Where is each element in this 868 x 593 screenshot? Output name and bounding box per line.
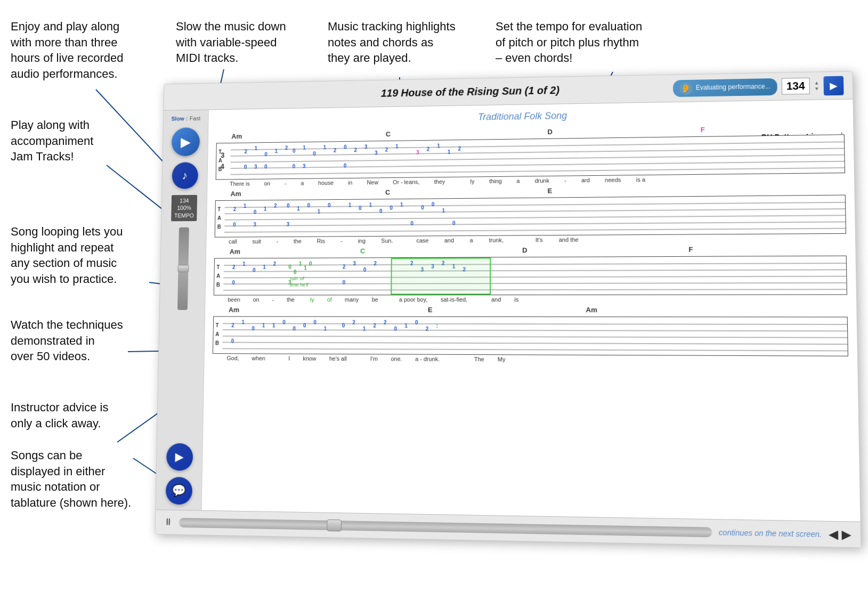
slow-fast-label: Slow | Fast (172, 115, 201, 121)
eval-button[interactable]: 👂 Evaluating performance... (673, 78, 777, 96)
ann3-text: Song looping lets youhighlight and repea… (11, 225, 123, 286)
svg-text:0: 0 (342, 322, 345, 328)
svg-line-14 (231, 155, 845, 163)
chord-e-2: E (547, 187, 552, 195)
slider-area (175, 228, 189, 437)
svg-text:3: 3 (253, 222, 256, 228)
svg-text:0: 0 (363, 267, 367, 273)
svg-text:1: 1 (448, 149, 451, 155)
comment-button[interactable]: 💬 (165, 477, 192, 505)
svg-line-119 (223, 336, 848, 338)
staff-svg-1: 3 4 T A B (216, 135, 845, 179)
svg-text:B: B (217, 224, 221, 230)
svg-text:0: 0 (252, 326, 255, 331)
pause-icon[interactable]: ⏸ (164, 516, 173, 527)
chord-am-4: Am (229, 306, 239, 314)
svg-text:0: 0 (264, 151, 267, 157)
svg-text:1: 1 (400, 202, 403, 208)
nav-right-arrow[interactable]: ▶ (841, 527, 851, 542)
svg-text:0: 0 (293, 148, 296, 154)
svg-line-12 (231, 142, 844, 150)
annotation-top-3: Music tracking highlightsnotes and chord… (328, 19, 456, 66)
svg-line-118 (223, 330, 848, 331)
annotation-top-2: Slow the music downwith variable-speedMI… (176, 19, 286, 66)
svg-text:2: 2 (233, 206, 237, 212)
svg-text:1: 1 (297, 206, 300, 212)
slow-label: Slow (172, 116, 184, 122)
chord-d-3: D (522, 246, 527, 254)
svg-text:1: 1 (442, 208, 445, 214)
svg-text:1: 1 (242, 261, 246, 267)
svg-text:0: 0 (379, 208, 383, 214)
svg-line-120 (223, 343, 848, 345)
tempo-up-icon[interactable]: ▲ (814, 80, 819, 85)
svg-text:3: 3 (416, 149, 419, 155)
chord-e-4: E (428, 306, 433, 314)
svg-text:1: 1 (244, 203, 247, 209)
tempo-box: 134100%TEMPO (171, 195, 197, 221)
svg-text:0: 0 (254, 209, 257, 215)
svg-text:3: 3 (287, 221, 290, 227)
svg-text:2: 2 (285, 145, 288, 151)
svg-text:B: B (215, 340, 219, 346)
svg-text:A: A (216, 273, 220, 279)
loop-highlight (391, 257, 491, 295)
page-container: Enjoy and play alongwith more than three… (0, 0, 868, 593)
svg-text:ruin: ruin (290, 276, 298, 281)
video-button[interactable]: ▶ (166, 443, 193, 471)
svg-text:0: 0 (410, 221, 413, 226)
chord-am-3: Am (230, 248, 240, 256)
svg-text:2: 2 (373, 322, 376, 328)
svg-text:1: 1 (369, 202, 372, 208)
svg-text:3: 3 (364, 144, 368, 150)
svg-text:1: 1 (318, 209, 321, 215)
svg-text:2: 2 (385, 147, 388, 152)
svg-text:0: 0 (294, 269, 297, 275)
chord-f-1: F (701, 126, 705, 134)
controls-bar: Slow | Fast ▶ ♪ 134100%TEMPO ▶ 💬 (156, 110, 209, 510)
svg-text:T: T (217, 206, 221, 212)
tempo-down-icon[interactable]: ▼ (814, 86, 819, 91)
svg-text:1: 1 (241, 319, 245, 325)
svg-text:0: 0 (288, 264, 291, 270)
ann-top4-text: Set the tempo for evaluationof pitch or … (496, 20, 642, 64)
svg-line-53 (224, 222, 846, 226)
svg-text:3: 3 (303, 163, 306, 169)
svg-line-82 (224, 263, 847, 265)
eval-label: Evaluating performance... (696, 83, 770, 92)
svg-line-84 (224, 277, 847, 278)
play-circle-button[interactable]: ▶ (171, 127, 200, 156)
software-panel: 119 House of the Rising Sun (1 of 2) 👂 E… (155, 71, 861, 548)
svg-text:1: 1 (404, 323, 408, 329)
staff-svg-4: T A B 2 1 0 1 (213, 317, 848, 356)
panel-inner: 119 House of the Rising Sun (1 of 2) 👂 E… (155, 71, 861, 547)
svg-text:0: 0 (232, 280, 236, 286)
svg-text:1: 1 (323, 144, 327, 150)
svg-text:A: A (218, 158, 222, 164)
nav-left-arrow[interactable]: ◀ (829, 527, 839, 542)
svg-text:2: 2 (427, 146, 430, 152)
lyrics-row-3: beenon-the ly of manybe a poor boy,sat-i… (214, 296, 848, 303)
play-button-top[interactable]: ▶ (823, 76, 843, 95)
svg-text:0: 0 (303, 322, 306, 328)
content-area: Slow | Fast ▶ ♪ 134100%TEMPO ▶ 💬 (156, 99, 860, 521)
svg-text:2: 2 (354, 147, 357, 153)
svg-text:2: 2 (426, 326, 429, 332)
chord-f-3: F (688, 246, 693, 254)
music-note-button[interactable]: ♪ (172, 162, 198, 189)
svg-text:2: 2 (334, 148, 337, 153)
slider-thumb (177, 265, 189, 272)
ear-icon: 👂 (679, 82, 693, 94)
svg-text:2: 2 (232, 264, 236, 270)
svg-text:0: 0 (344, 163, 347, 169)
playback-track[interactable] (179, 517, 712, 537)
svg-text:0: 0 (415, 320, 418, 326)
svg-text:1: 1 (303, 145, 306, 151)
svg-text:2: 2 (458, 146, 461, 152)
svg-text:0: 0 (313, 151, 316, 157)
eval-area[interactable]: 👂 Evaluating performance... 134 ▲ ▼ ▶ (673, 76, 844, 98)
vertical-slider[interactable] (177, 228, 189, 310)
svg-text:1: 1 (255, 145, 258, 151)
svg-text:0: 0 (309, 261, 312, 266)
lyrics-row-4: God,when Iknowhe's all I'mone.a - drunk.… (213, 355, 848, 364)
